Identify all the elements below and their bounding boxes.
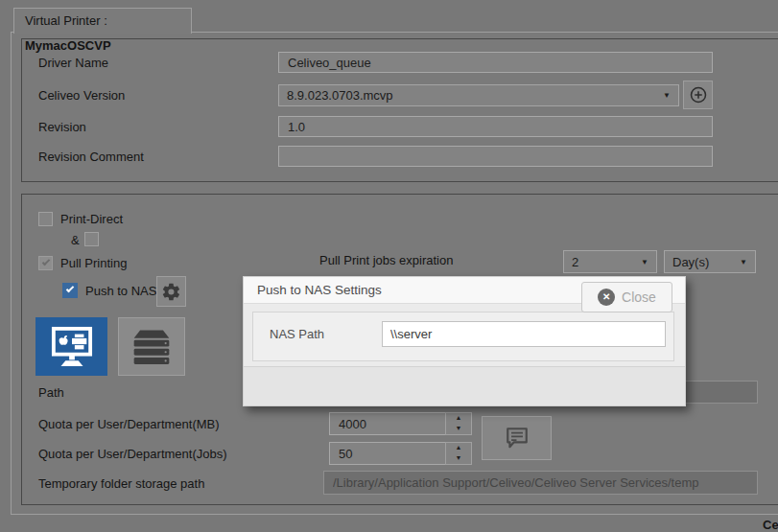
nas-server-destination-button[interactable] — [118, 317, 185, 376]
revision-comment-label: Revision Comment — [38, 150, 144, 164]
pull-printing-label: Pull Printing — [60, 256, 127, 270]
push-to-nas-label: Push to NAS — [85, 284, 156, 298]
push-to-nas-checkbox[interactable] — [62, 283, 78, 298]
speech-bubble-icon — [505, 427, 530, 450]
pull-printing-checkbox — [38, 256, 53, 270]
push-to-nas-dialog: Push to NAS Settings × NAS Path ✕ Close — [243, 276, 686, 406]
plus-circle-icon — [689, 85, 708, 104]
mac-printer-icon — [50, 326, 94, 368]
chevron-down-icon: ▼ — [641, 258, 648, 266]
quota-comment-button[interactable] — [482, 416, 552, 460]
path-label: Path — [38, 385, 64, 400]
expiration-unit: Day(s) — [672, 255, 709, 269]
close-button-label: Close — [622, 289, 656, 305]
chevron-down-icon: ▼ — [740, 258, 747, 266]
nas-path-label: NAS Path — [270, 327, 324, 341]
print-direct-checkbox[interactable] — [38, 212, 53, 226]
virtual-printer-settings-screen: Virtual Printer : MymacOSCVP Driver Name… — [0, 0, 778, 532]
brand-text: Ce — [763, 518, 778, 532]
nas-path-input[interactable] — [382, 321, 666, 347]
tab-label-prefix: Virtual Printer : — [25, 13, 107, 28]
revision-input[interactable] — [278, 116, 713, 137]
expiration-value: 2 — [572, 255, 578, 269]
quota-mb-stepper: ▲ ▼ — [445, 412, 472, 435]
tab-virtual-printer[interactable]: Virtual Printer : MymacOSCVP — [13, 8, 192, 34]
gear-icon — [161, 282, 181, 302]
revision-comment-input[interactable] — [278, 146, 713, 167]
quota-jobs-stepper: ▲ ▼ — [445, 442, 472, 465]
nas-settings-button[interactable] — [156, 276, 186, 307]
expiration-value-select[interactable]: 2 ▼ — [563, 250, 657, 273]
checkmark-icon — [41, 258, 49, 266]
x-circle-icon: ✕ — [598, 289, 615, 306]
celiveo-version-value: 8.9.023.0703.mcvp — [287, 88, 393, 103]
dialog-close-button[interactable]: ✕ Close — [581, 282, 672, 312]
pull-print-expiration-label: Pull Print jobs expiration — [319, 253, 453, 267]
stepper-down-icon[interactable]: ▼ — [446, 424, 471, 434]
chevron-down-icon: ▼ — [663, 91, 671, 100]
and-label: & — [71, 233, 80, 247]
and-checkbox[interactable] — [84, 232, 99, 246]
quota-mb-input[interactable] — [329, 412, 446, 435]
expiration-unit-select[interactable]: Day(s) ▼ — [664, 250, 756, 273]
celiveo-version-select[interactable]: 8.9.023.0703.mcvp ▼ — [278, 84, 679, 106]
quota-jobs-input[interactable] — [329, 442, 446, 465]
server-stack-icon — [130, 328, 173, 366]
temp-folder-label: Temporary folder storage path — [38, 476, 204, 491]
checkmark-icon — [66, 285, 74, 292]
add-version-button[interactable] — [683, 81, 713, 109]
quota-mb-label: Quota per User/Department(MB) — [38, 417, 220, 431]
dialog-title: Push to NAS Settings — [257, 283, 382, 297]
celiveo-version-label: Celiveo Version — [38, 88, 125, 103]
quota-jobs-label: Quota per User/Department(Jobs) — [38, 447, 227, 461]
stepper-up-icon[interactable]: ▲ — [446, 413, 471, 424]
tab-printer-name: MymacOSCVP — [25, 38, 111, 53]
temp-folder-input — [323, 471, 758, 495]
stepper-down-icon[interactable]: ▼ — [446, 453, 471, 464]
print-direct-label: Print-Direct — [60, 212, 123, 226]
dialog-footer — [244, 366, 685, 405]
virtual-printer-destination-button[interactable] — [35, 317, 107, 376]
stepper-up-icon[interactable]: ▲ — [446, 443, 471, 453]
driver-name-input[interactable] — [278, 52, 713, 73]
revision-label: Revision — [38, 120, 86, 134]
